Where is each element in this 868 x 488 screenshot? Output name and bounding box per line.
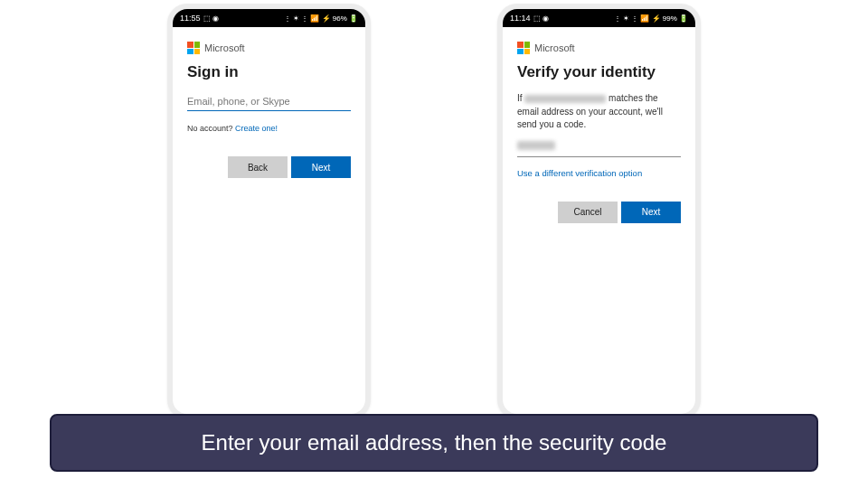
status-tray-icons: ⬚ ◉ (203, 14, 219, 23)
email-input[interactable] (187, 92, 351, 111)
redacted-code (517, 141, 555, 150)
verify-body-pre: If (517, 93, 524, 103)
verify-heading: Verify your identity (517, 63, 681, 81)
microsoft-logo-icon (517, 42, 530, 54)
redacted-email: xxxxx (524, 95, 606, 103)
status-time: 11:14 (510, 14, 531, 23)
different-verification-link[interactable]: Use a different verification option (517, 168, 681, 178)
next-button[interactable]: Next (621, 202, 681, 223)
back-button[interactable]: Back (228, 156, 288, 178)
brand-label: Microsoft (204, 42, 245, 53)
code-input[interactable] (517, 141, 681, 157)
verify-body: If xxxxx matches the email address on yo… (517, 92, 681, 132)
microsoft-brand: Microsoft (517, 42, 681, 54)
status-time: 11:55 (180, 14, 201, 23)
phone-signin: 11:55 ⬚ ◉ ⋮ ✶ ⋮ 📶 ⚡ 96% 🔋 Microsoft Sign… (167, 4, 371, 419)
no-account-label: No account? (187, 124, 233, 133)
instruction-caption: Enter your email address, then the secur… (50, 414, 818, 472)
status-right-icons: ⋮ ✶ ⋮ 📶 ⚡ 99% 🔋 (614, 14, 688, 23)
phone-verify: 11:14 ⬚ ◉ ⋮ ✶ ⋮ 📶 ⚡ 99% 🔋 Microsoft Veri… (497, 4, 701, 419)
status-right-icons: ⋮ ✶ ⋮ 📶 ⚡ 96% 🔋 (284, 14, 358, 23)
status-tray-icons: ⬚ ◉ (533, 14, 549, 23)
signin-heading: Sign in (187, 63, 351, 81)
no-account-text: No account? Create one! (187, 124, 351, 133)
brand-label: Microsoft (534, 42, 575, 53)
cancel-button[interactable]: Cancel (558, 202, 618, 223)
microsoft-brand: Microsoft (187, 42, 351, 54)
microsoft-logo-icon (187, 42, 200, 54)
create-account-link[interactable]: Create one! (235, 124, 278, 133)
next-button[interactable]: Next (291, 156, 351, 178)
